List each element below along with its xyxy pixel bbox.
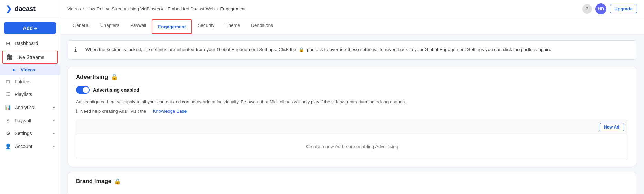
avatar-button[interactable]: HD [595, 3, 606, 14]
advertising-toggle-label: Advertising enabled [93, 87, 139, 93]
sidebar-item-playlists[interactable]: ☰ Playlists [0, 88, 60, 101]
tab-security[interactable]: Security [192, 18, 220, 34]
dashboard-icon: ⊞ [5, 40, 11, 47]
add-button[interactable]: Add + [4, 22, 56, 34]
breadcrumb-videos[interactable]: Videos [67, 6, 81, 11]
help-button[interactable]: ? [582, 4, 592, 14]
chevron-down-icon: ▾ [53, 131, 55, 136]
ad-table-header: New Ad [76, 120, 628, 134]
tab-theme[interactable]: Theme [220, 18, 245, 34]
advertising-title: Advertising 🔓 [76, 74, 628, 81]
sidebar-item-folders[interactable]: □ Folders [0, 75, 60, 88]
videos-icon: ▶ [11, 68, 17, 72]
sidebar-item-live-streams[interactable]: 🎥 Live Streams [2, 51, 58, 64]
chevron-down-icon: ▾ [53, 118, 55, 123]
main-area: Videos / How To Live Stream Using VidBla… [60, 0, 644, 194]
sidebar-item-label: Account [15, 144, 32, 149]
brand-image-section: Brand Image 🔒 [68, 172, 636, 194]
chevron-down-icon: ▾ [53, 105, 55, 110]
logo-area: ❯ dacast [0, 0, 60, 18]
sidebar-item-label: Settings [14, 131, 32, 136]
sidebar-item-label: Playlists [14, 92, 32, 97]
sidebar-item-label: Live Streams [16, 54, 44, 60]
advertising-toggle-row: Advertising enabled [76, 86, 628, 94]
folders-icon: □ [5, 79, 11, 84]
ad-empty-text: Create a new Ad before enabling Advertis… [76, 134, 628, 159]
ad-table-area: New Ad Create a new Ad before enabling A… [76, 120, 628, 159]
account-icon: 👤 [5, 143, 11, 150]
breadcrumb-sep1: / [83, 6, 84, 11]
chevron-down-icon: ▾ [53, 144, 55, 149]
advertising-description: Ads configured here will apply to all yo… [76, 99, 628, 105]
playlists-icon: ☰ [5, 91, 11, 98]
tab-renditions[interactable]: Renditions [245, 18, 279, 34]
sidebar-item-account[interactable]: 👤 Account ▾ [0, 140, 60, 153]
breadcrumb-sep2: / [217, 6, 218, 11]
help-info-icon: ℹ [76, 109, 78, 114]
brand-image-title: Brand Image 🔒 [76, 178, 628, 185]
settings-icon: ⚙ [5, 130, 11, 136]
logo-chevron-icon: ❯ [6, 5, 12, 13]
tabs-bar: General Chapters Paywall Engagement Secu… [60, 18, 644, 34]
analytics-icon: 📊 [5, 104, 11, 111]
live-streams-icon: 🎥 [6, 54, 13, 60]
upgrade-button[interactable]: Upgrade [610, 4, 637, 13]
sidebar-item-label: Dashboard [14, 41, 38, 46]
sidebar-item-label: Paywall [14, 118, 31, 123]
page-content: ℹ When the section is locked, the settin… [60, 34, 644, 194]
tab-engagement[interactable]: Engagement [152, 19, 192, 34]
sidebar-item-label: Analytics [15, 105, 34, 110]
sidebar-item-analytics[interactable]: 📊 Analytics ▾ [0, 101, 60, 114]
sidebar-item-settings[interactable]: ⚙ Settings ▾ [0, 127, 60, 140]
advertising-toggle[interactable] [76, 86, 90, 94]
advertising-help: ℹ Need help creating Ads? Visit the Know… [76, 109, 628, 114]
content-area: General Chapters Paywall Engagement Secu… [60, 18, 644, 194]
info-banner-text: When the section is locked, the settings… [85, 46, 551, 53]
tab-paywall[interactable]: Paywall [125, 18, 152, 34]
paywall-icon: $ [5, 118, 11, 123]
topbar-actions: ? HD Upgrade [582, 3, 637, 14]
breadcrumb-video-title[interactable]: How To Live Stream Using VidBlasterX - E… [86, 6, 215, 11]
sidebar-item-paywall[interactable]: $ Paywall ▾ [0, 114, 60, 127]
sidebar-item-dashboard[interactable]: ⊞ Dashboard [0, 37, 60, 50]
sidebar-item-videos[interactable]: ▶ Videos [0, 64, 60, 75]
info-banner: ℹ When the section is locked, the settin… [68, 40, 636, 60]
knowledge-base-link[interactable]: Knowledge Base [153, 109, 187, 114]
advertising-lock-icon[interactable]: 🔓 [111, 74, 118, 80]
info-icon: ℹ [74, 45, 81, 54]
topbar: Videos / How To Live Stream Using VidBla… [60, 0, 644, 18]
sidebar: ❯ dacast Add + ⊞ Dashboard 🎥 Live Stream… [0, 0, 60, 194]
logo-text: dacast [14, 5, 35, 13]
tab-general[interactable]: General [67, 18, 95, 34]
breadcrumb: Videos / How To Live Stream Using VidBla… [67, 6, 245, 11]
sidebar-item-label: Folders [14, 79, 31, 84]
sidebar-item-label: Videos [21, 67, 35, 72]
lock-inline-icon: 🔒 [299, 47, 304, 52]
advertising-section: Advertising 🔓 Advertising enabled Ads co… [68, 67, 636, 167]
new-ad-button[interactable]: New Ad [600, 123, 624, 131]
tab-chapters[interactable]: Chapters [95, 18, 125, 34]
breadcrumb-current: Engagement [220, 6, 246, 11]
brand-image-lock-icon[interactable]: 🔒 [114, 178, 121, 185]
